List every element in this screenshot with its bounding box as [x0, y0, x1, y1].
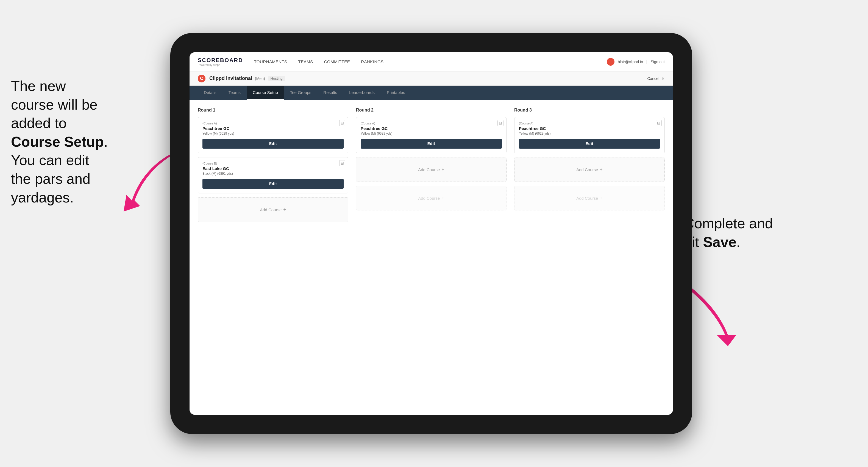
tab-course-setup[interactable]: Course Setup [247, 86, 284, 100]
tablet-screen: SCOREBOARD Powered by clippd TOURNAMENTS… [189, 52, 673, 415]
round1-course-a-edit-button[interactable]: Edit [203, 139, 344, 149]
logo-area: SCOREBOARD Powered by clippd [198, 57, 243, 66]
annotation-right-suffix: . [737, 234, 740, 250]
annotation-line4-bold: Course Setup [11, 134, 104, 150]
round1-course-b-name: East Lake GC [203, 166, 344, 171]
round3-add-course-plus-icon: + [600, 167, 603, 173]
round2-course-a-delete-button[interactable]: ⊟ [497, 120, 503, 126]
round2-add-course-label: Add Course [418, 167, 440, 172]
annotation-left: The new course will be added to Course S… [11, 77, 143, 207]
round2-course-a-label: (Course A) [361, 122, 502, 125]
round2-course-a-edit-button[interactable]: Edit [361, 139, 502, 149]
tab-leaderboards[interactable]: Leaderboards [343, 86, 381, 100]
nav-links: TOURNAMENTS TEAMS COMMITTEE RANKINGS [254, 58, 607, 65]
close-icon[interactable]: ✕ [661, 76, 665, 81]
logo-powered: Powered by clippd [198, 63, 243, 66]
brand-logo: C [198, 75, 206, 83]
round1-course-a-tee: Yellow (M) (6629 yds) [203, 132, 344, 135]
round2-course-a-tee: Yellow (M) (6629 yds) [361, 132, 502, 135]
tab-printables[interactable]: Printables [381, 86, 411, 100]
round3-add-course-label: Add Course [576, 167, 598, 172]
round-2-column: Round 2 ⊟ (Course A) Peachtree GC Yellow… [356, 108, 506, 226]
logo-scoreboard: SCOREBOARD [198, 57, 243, 63]
tab-tee-groups[interactable]: Tee Groups [284, 86, 317, 100]
sign-out-link[interactable]: Sign out [651, 60, 665, 64]
round1-course-b-tee: Black (M) (6891 yds) [203, 172, 344, 176]
round-3-label: Round 3 [514, 108, 665, 113]
rounds-grid: Round 1 ⊟ (Course A) Peachtree GC Yellow… [198, 108, 665, 226]
cancel-label[interactable]: Cancel [647, 76, 659, 81]
round2-course-a-card: ⊟ (Course A) Peachtree GC Yellow (M) (66… [356, 117, 506, 153]
tab-teams[interactable]: Teams [222, 86, 247, 100]
round1-course-b-card: ⊟ (Course B) East Lake GC Black (M) (689… [198, 157, 348, 193]
round3-add-course-button[interactable]: Add Course + [514, 157, 665, 182]
round1-add-course-button[interactable]: Add Course + [198, 197, 348, 222]
annotation-period: . [104, 134, 108, 150]
round1-course-b-delete-button[interactable]: ⊟ [339, 160, 345, 166]
annotation-line1: The new [11, 78, 66, 94]
round3-add-course-2-plus-icon: + [600, 195, 603, 201]
nav-right: blair@clippd.io | Sign out [607, 58, 665, 66]
round1-add-course-label: Add Course [260, 208, 282, 212]
tablet-device: SCOREBOARD Powered by clippd TOURNAMENTS… [170, 33, 692, 434]
round2-add-course-2-button: Add Course + [356, 186, 506, 211]
round1-course-b-edit-button[interactable]: Edit [203, 179, 344, 189]
gender-badge: (Men) [255, 76, 265, 81]
round-1-label: Round 1 [198, 108, 348, 113]
round2-course-a-name: Peachtree GC [361, 126, 502, 131]
round-1-column: Round 1 ⊟ (Course A) Peachtree GC Yellow… [198, 108, 348, 226]
user-email: blair@clippd.io [618, 60, 643, 64]
round2-add-course-2-label: Add Course [418, 196, 440, 200]
round1-course-b-label: (Course B) [203, 162, 344, 165]
round1-course-a-card: ⊟ (Course A) Peachtree GC Yellow (M) (66… [198, 117, 348, 153]
annotation-line3: added to [11, 115, 66, 131]
annotation-line5: You can edit [11, 152, 89, 168]
round3-course-a-delete-button[interactable]: ⊟ [656, 120, 662, 126]
annotation-line2: course will be [11, 97, 97, 113]
round3-add-course-2-button: Add Course + [514, 186, 665, 211]
round1-course-a-label: (Course A) [203, 122, 344, 125]
annotation-line6: the pars and [11, 171, 90, 187]
top-nav: SCOREBOARD Powered by clippd TOURNAMENTS… [189, 52, 673, 71]
nav-teams[interactable]: TEAMS [298, 58, 313, 65]
annotation-line7: yardages. [11, 190, 73, 206]
annotation-right-bold: Save [703, 234, 736, 250]
user-avatar [607, 58, 615, 66]
round3-course-a-label: (Course A) [519, 122, 660, 125]
round-2-label: Round 2 [356, 108, 506, 113]
hosting-badge: Hosting [268, 76, 285, 81]
round1-course-a-name: Peachtree GC [203, 126, 344, 131]
round2-add-course-button[interactable]: Add Course + [356, 157, 506, 182]
annotation-right: Complete and hit Save. [684, 214, 788, 251]
round3-course-a-edit-button[interactable]: Edit [519, 139, 660, 149]
tab-details[interactable]: Details [198, 86, 222, 100]
sub-header: C Clippd Invitational (Men) Hosting Canc… [189, 71, 673, 86]
round2-add-course-plus-icon: + [441, 167, 444, 173]
round3-course-a-name: Peachtree GC [519, 126, 660, 131]
round3-course-a-tee: Yellow (M) (6629 yds) [519, 132, 660, 135]
main-content: Round 1 ⊟ (Course A) Peachtree GC Yellow… [189, 100, 673, 415]
tab-results[interactable]: Results [317, 86, 343, 100]
nav-rankings[interactable]: RANKINGS [361, 58, 383, 65]
round1-course-a-delete-button[interactable]: ⊟ [339, 120, 345, 126]
nav-separator: | [646, 60, 647, 64]
tab-bar: Details Teams Course Setup Tee Groups Re… [189, 86, 673, 100]
nav-committee[interactable]: COMMITTEE [324, 58, 350, 65]
round2-add-course-2-plus-icon: + [441, 195, 444, 201]
round1-add-course-plus-icon: + [283, 207, 286, 213]
nav-tournaments[interactable]: TOURNAMENTS [254, 58, 287, 65]
tournament-title: Clippd Invitational [209, 75, 252, 81]
round3-course-a-card: ⊟ (Course A) Peachtree GC Yellow (M) (66… [514, 117, 665, 153]
round-3-column: Round 3 ⊟ (Course A) Peachtree GC Yellow… [514, 108, 665, 226]
annotation-right-line1: Complete and [684, 215, 773, 231]
round3-add-course-2-label: Add Course [576, 196, 598, 200]
